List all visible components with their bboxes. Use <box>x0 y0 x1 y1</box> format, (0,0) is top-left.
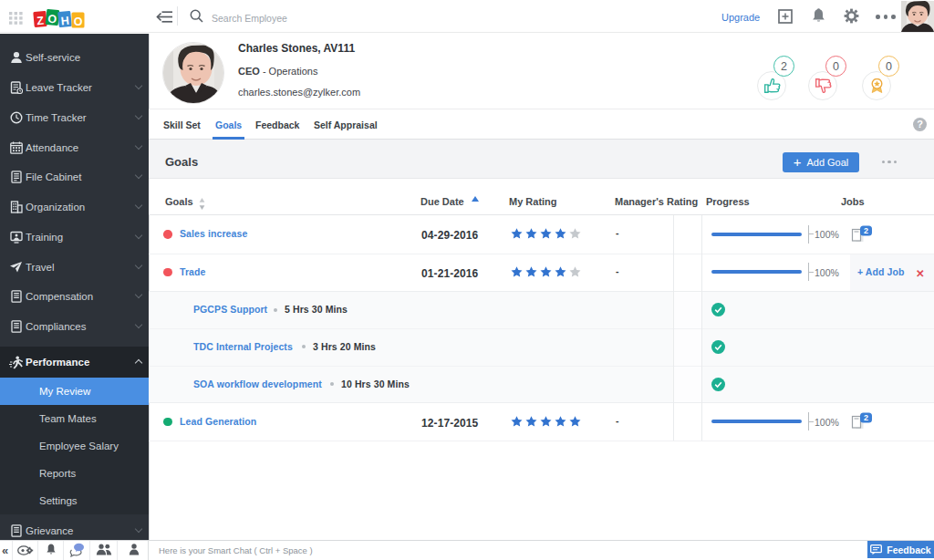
svg-text:O: O <box>74 16 83 28</box>
svg-text:2: 2 <box>864 413 868 422</box>
svg-text:H: H <box>60 15 69 28</box>
svg-text:2: 2 <box>864 225 868 234</box>
svg-text:O: O <box>47 13 57 26</box>
